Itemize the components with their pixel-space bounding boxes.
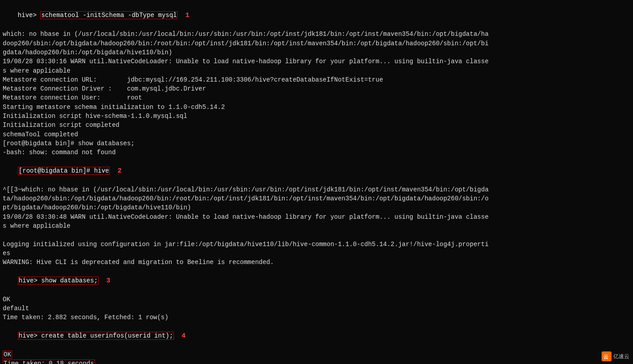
badge-4: 4	[178, 332, 186, 340]
line-25: hive> show databases; 3	[3, 267, 630, 295]
line-19: pt/bigdata/hadoop260/bin:/opt/bigdata/hi…	[3, 203, 630, 212]
line-16: [root@bigdata bin]# hive 2	[3, 157, 630, 185]
cmd-4: create table userinfos(userid int);	[41, 332, 173, 339]
prompt-3: hive>	[19, 277, 41, 284]
cmd-box-1: schematool -initSchema -dbType mysql	[40, 11, 178, 19]
line-22: Logging initialized using configuration …	[3, 240, 630, 249]
line-17: ^[[3~which: no hbase in (/usr/local/sbin…	[3, 185, 630, 194]
prompt-1: hive>	[18, 12, 40, 19]
line-8: Metastore Connection Driver : com.mysql.…	[3, 84, 630, 93]
line-5: 19/08/28 03:30:16 WARN util.NativeCodeLo…	[3, 57, 630, 66]
cmd-box-2: [root@bigdata bin]# hive	[18, 167, 110, 175]
badge-1: 1	[181, 12, 189, 19]
badge-3: 3	[102, 277, 110, 285]
line-7: Metastore connection URL: jdbc:mysql://1…	[3, 75, 630, 84]
line-18: ta/hadoop260/sbin:/opt/bigdata/hadoop260…	[3, 194, 630, 203]
svg-text:云: 云	[603, 354, 608, 360]
cmd-3: show databases;	[41, 277, 98, 284]
line-10: Starting metastore schema initialization…	[3, 103, 630, 112]
ok-box: OK	[3, 351, 12, 359]
cmd-1: schematool -initSchema -dbType mysql	[41, 12, 177, 19]
line-23: es	[3, 249, 630, 258]
timetaken-box: Time taken: 0.18 seconds	[3, 360, 95, 364]
line-12: Initialization script completed	[3, 121, 630, 130]
cmd-box-3: hive> show databases;	[18, 277, 99, 285]
watermark: 云 亿速云	[602, 351, 629, 361]
line-28: Time taken: 2.882 seconds, Fetched: 1 ro…	[3, 313, 630, 322]
line-15: -bash: show: command not found	[3, 148, 630, 157]
terminal: hive> schematool -initSchema -dbType mys…	[0, 0, 633, 364]
prompt-4: hive>	[19, 332, 41, 339]
line-2: which: no hbase in (/usr/local/sbin:/usr…	[3, 30, 630, 39]
blank-1	[3, 230, 630, 239]
line-13: schemaTool completed	[3, 130, 630, 139]
line-3: doop260/sbin:/opt/bigdata/hadoop260/bin:…	[3, 39, 630, 48]
badge-2: 2	[113, 167, 121, 175]
line-26: OK	[3, 295, 630, 304]
watermark-label: 亿速云	[613, 353, 629, 360]
line-30: OK	[3, 350, 630, 359]
line-1: hive> schematool -initSchema -dbType mys…	[3, 2, 630, 30]
line-11: Initialization script hive-schema-1.1.0.…	[3, 112, 630, 121]
cmd-2: hive	[94, 167, 109, 174]
line-24: WARNING: Hive CLI is deprecated and migr…	[3, 258, 630, 267]
line-31: Time taken: 0.18 seconds	[3, 359, 630, 364]
line-6: s where applicable	[3, 66, 630, 75]
line-14: [root@bigdata bin]# show databases;	[3, 139, 630, 148]
line-4: gdata/hadoop260/bin:/opt/bigdata/hive110…	[3, 48, 630, 57]
cloud-logo-icon: 云	[602, 352, 611, 361]
cmd-box-4: hive> create table userinfos(userid int)…	[18, 332, 174, 340]
line-21: s where applicable	[3, 221, 630, 230]
line-29: hive> create table userinfos(userid int)…	[3, 322, 630, 350]
line-9: Metastore connection User: root	[3, 93, 630, 102]
line-20: 19/08/28 03:30:48 WARN util.NativeCodeLo…	[3, 212, 630, 221]
prompt-2: [root@bigdata bin]#	[19, 167, 94, 174]
watermark-logo: 云	[602, 351, 611, 361]
line-27: default	[3, 304, 630, 313]
